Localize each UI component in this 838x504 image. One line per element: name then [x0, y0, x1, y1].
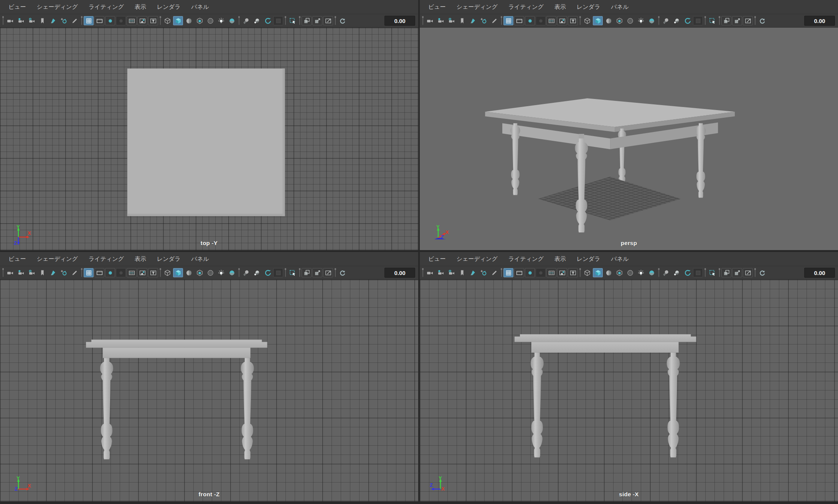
menu-view[interactable]: ビュー	[3, 3, 31, 11]
plugin-shapes-icon[interactable]	[743, 16, 753, 25]
ambient-occlusion-icon[interactable]	[262, 268, 272, 277]
camera-attributes-icon[interactable]	[446, 16, 456, 25]
smooth-shade-all-icon[interactable]	[614, 16, 624, 25]
all-lights-icon[interactable]	[661, 16, 671, 25]
wireframe-icon[interactable]	[162, 268, 172, 277]
isolate-select-icon[interactable]	[287, 268, 297, 277]
gate-mask-icon[interactable]	[116, 268, 126, 277]
all-lights-icon[interactable]	[241, 268, 251, 277]
wireframe-icon[interactable]	[162, 16, 172, 25]
textured-icon[interactable]	[184, 268, 194, 277]
xray-active-components-icon[interactable]	[312, 16, 322, 25]
exposure-value[interactable]: 0.00	[804, 16, 835, 26]
menu-lighting[interactable]: ライティング	[83, 255, 129, 263]
menu-shading[interactable]: シェーディング	[31, 255, 83, 263]
xray-display-icon[interactable]	[721, 16, 731, 25]
lock-camera-icon[interactable]	[16, 268, 26, 277]
xray-active-components-icon[interactable]	[312, 268, 322, 277]
motion-blur-icon[interactable]	[693, 16, 703, 25]
smooth-shade-all-icon[interactable]	[195, 16, 205, 25]
xray-icon[interactable]	[647, 268, 657, 277]
viewport-canvas-persp[interactable]: Y X Z persp	[420, 27, 838, 250]
gate-mask-icon[interactable]	[536, 16, 546, 25]
grease-pencil-icon[interactable]	[69, 16, 79, 25]
wireframe-icon[interactable]	[582, 268, 592, 277]
camera-attributes-icon[interactable]	[26, 16, 36, 25]
menu-shading[interactable]: シェーディング	[31, 3, 83, 11]
menu-renderer[interactable]: レンダラ	[571, 255, 605, 263]
safe-action-icon[interactable]	[557, 268, 567, 277]
image-plane-icon[interactable]	[48, 268, 58, 277]
resolution-gate-icon[interactable]	[105, 268, 115, 277]
viewport-canvas-front[interactable]: Y X Z front -Z	[0, 279, 418, 501]
xray-icon[interactable]	[227, 16, 237, 25]
menu-renderer[interactable]: レンダラ	[152, 255, 186, 263]
xray-display-icon[interactable]	[721, 268, 731, 277]
camera-attributes-icon[interactable]	[26, 268, 36, 277]
grease-pencil-icon[interactable]	[69, 268, 79, 277]
select-camera-icon[interactable]	[425, 16, 435, 25]
motion-blur-icon[interactable]	[273, 16, 283, 25]
table-model[interactable]	[515, 334, 696, 458]
bookmark-icon[interactable]	[37, 268, 47, 277]
grid-toggle-icon[interactable]	[503, 268, 513, 277]
ambient-occlusion-icon[interactable]	[262, 16, 272, 25]
select-camera-icon[interactable]	[5, 268, 15, 277]
menu-shading[interactable]: シェーディング	[451, 3, 503, 11]
grid-toggle-icon[interactable]	[503, 16, 513, 25]
safe-title-icon[interactable]	[148, 268, 158, 277]
shadows-icon[interactable]	[252, 268, 262, 277]
isolate-select-icon[interactable]	[707, 268, 717, 277]
menu-show[interactable]: 表示	[129, 255, 152, 263]
motion-blur-icon[interactable]	[693, 268, 703, 277]
pan-zoom-icon[interactable]	[59, 16, 69, 25]
image-plane-icon[interactable]	[468, 16, 478, 25]
image-plane-icon[interactable]	[48, 16, 58, 25]
exposure-value[interactable]: 0.00	[384, 16, 415, 26]
wireframe-on-shaded-icon[interactable]	[625, 16, 635, 25]
grease-pencil-icon[interactable]	[489, 268, 499, 277]
xray-display-icon[interactable]	[302, 16, 312, 25]
xray-active-components-icon[interactable]	[732, 16, 742, 25]
default-material-icon[interactable]	[216, 16, 226, 25]
viewport-canvas-side[interactable]: Y Z X side -X	[420, 279, 838, 501]
smooth-shade-icon[interactable]	[173, 268, 183, 277]
safe-title-icon[interactable]	[568, 268, 578, 277]
plugin-shapes-icon[interactable]	[323, 268, 333, 277]
menu-panels[interactable]: パネル	[186, 3, 214, 11]
wireframe-icon[interactable]	[582, 16, 592, 25]
menu-panels[interactable]: パネル	[186, 255, 214, 263]
lock-camera-icon[interactable]	[16, 16, 26, 25]
table-model[interactable]	[86, 339, 267, 459]
field-chart-icon[interactable]	[127, 16, 137, 25]
menu-lighting[interactable]: ライティング	[503, 3, 549, 11]
table-model[interactable]	[127, 69, 285, 216]
all-lights-icon[interactable]	[241, 16, 251, 25]
pan-zoom-icon[interactable]	[59, 268, 69, 277]
exposure-icon[interactable]	[757, 268, 767, 277]
field-chart-icon[interactable]	[546, 268, 556, 277]
menu-view[interactable]: ビュー	[423, 3, 451, 11]
bookmark-icon[interactable]	[457, 16, 467, 25]
all-lights-icon[interactable]	[661, 268, 671, 277]
exposure-icon[interactable]	[757, 16, 767, 25]
menu-view[interactable]: ビュー	[423, 255, 451, 263]
viewport-canvas-top[interactable]: Y X Z top -Y	[0, 27, 418, 250]
menu-renderer[interactable]: レンダラ	[571, 3, 605, 11]
smooth-shade-all-icon[interactable]	[195, 268, 205, 277]
shadows-icon[interactable]	[671, 268, 681, 277]
wireframe-on-shaded-icon[interactable]	[625, 268, 635, 277]
menu-show[interactable]: 表示	[549, 3, 571, 11]
ambient-occlusion-icon[interactable]	[682, 268, 692, 277]
plugin-shapes-icon[interactable]	[743, 268, 753, 277]
menu-renderer[interactable]: レンダラ	[152, 3, 186, 11]
isolate-select-icon[interactable]	[707, 16, 717, 25]
shadows-icon[interactable]	[671, 16, 681, 25]
xray-display-icon[interactable]	[302, 268, 312, 277]
menu-lighting[interactable]: ライティング	[83, 3, 129, 11]
smooth-shade-all-icon[interactable]	[614, 268, 624, 277]
bookmark-icon[interactable]	[37, 16, 47, 25]
lock-camera-icon[interactable]	[435, 268, 445, 277]
smooth-shade-icon[interactable]	[173, 16, 183, 25]
wireframe-on-shaded-icon[interactable]	[205, 268, 215, 277]
